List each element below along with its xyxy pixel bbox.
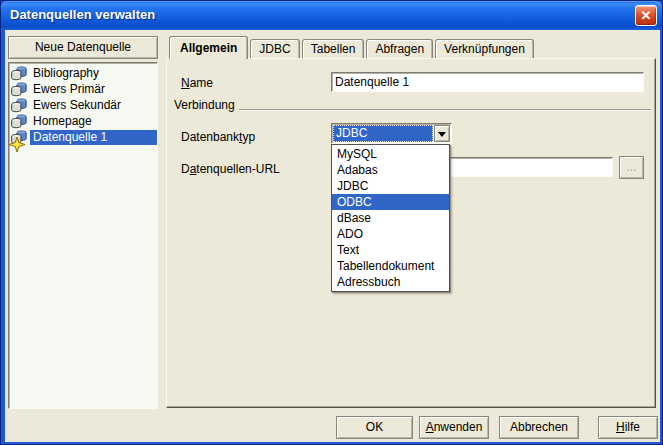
tab-label: Allgemein (180, 41, 237, 55)
name-label: Name (181, 76, 213, 90)
list-item-datenquelle-1[interactable]: Datenquelle 1 (9, 129, 157, 145)
dbtype-dropdown: MySQLAdabasJDBCODBCdBaseADOTextTabellend… (331, 144, 450, 292)
datasource-list[interactable]: Bibliography Ewers Primär Ewers Sekundär (8, 62, 158, 409)
tab-label: Verknüpfungen (444, 42, 525, 56)
dropdown-option-ado[interactable]: ADO (332, 226, 449, 242)
list-item-label: Homepage (30, 114, 95, 129)
list-item-homepage[interactable]: Homepage (9, 113, 157, 129)
dbtype-label: Datenbanktyp (181, 130, 255, 144)
help-button[interactable]: Hilfe (598, 416, 658, 439)
connection-section-label: Verbindung (174, 98, 235, 112)
cancel-button[interactable]: Abbrechen (499, 416, 579, 439)
list-item-ewers-sekundär[interactable]: Ewers Sekundär (9, 97, 157, 113)
list-item-bibliography[interactable]: Bibliography (9, 65, 157, 81)
dbtype-combobox[interactable]: JDBC (331, 123, 452, 144)
list-item-ewers-primär[interactable]: Ewers Primär (9, 81, 157, 97)
tab-allgemein[interactable]: Allgemein (169, 36, 248, 59)
dropdown-option-tabellendokument[interactable]: Tabellendokument (332, 258, 449, 274)
database-icon (11, 82, 28, 97)
database-icon (11, 130, 28, 145)
title-bar[interactable]: Datenquellen verwalten ✕ (1, 1, 662, 30)
tab-strip: Allgemein JDBC Tabellen Abfragen Verknüp… (169, 36, 536, 59)
url-label: Datenquellen-URL (181, 162, 280, 176)
combobox-value: JDBC (333, 125, 433, 142)
new-star-icon (9, 137, 19, 147)
tab-tabellen[interactable]: Tabellen (302, 39, 365, 58)
browse-button-label: ... (626, 160, 636, 174)
database-icon (11, 66, 28, 81)
dropdown-option-dbase[interactable]: dBase (332, 210, 449, 226)
dropdown-option-text[interactable]: Text (332, 242, 449, 258)
combobox-arrow-button[interactable] (434, 125, 450, 142)
list-item-label: Datenquelle 1 (30, 130, 157, 145)
list-item-label: Ewers Sekundär (30, 98, 124, 113)
ok-button[interactable]: OK (336, 416, 413, 439)
dropdown-option-odbc[interactable]: ODBC (332, 194, 449, 210)
name-input[interactable] (331, 72, 644, 92)
new-datasource-button-label: Neue Datenquelle (35, 40, 131, 54)
tab-label: JDBC (259, 42, 290, 56)
dropdown-option-jdbc[interactable]: JDBC (332, 178, 449, 194)
list-item-label: Ewers Primär (30, 82, 108, 97)
chevron-down-icon (438, 132, 446, 141)
list-item-label: Bibliography (30, 66, 102, 81)
tab-label: Abfragen (375, 42, 424, 56)
tab-verknüpfungen[interactable]: Verknüpfungen (435, 39, 534, 58)
browse-button[interactable]: ... (619, 156, 644, 179)
dialog-window: Datenquellen verwalten ✕ Neue Datenquell… (0, 0, 663, 445)
database-icon (11, 114, 28, 129)
window-title: Datenquellen verwalten (10, 7, 155, 22)
close-button[interactable]: ✕ (635, 5, 657, 26)
apply-button[interactable]: Anwenden (419, 416, 489, 439)
new-datasource-button[interactable]: Neue Datenquelle (8, 36, 158, 59)
close-icon: ✕ (641, 8, 652, 23)
tab-jdbc[interactable]: JDBC (250, 39, 299, 58)
dropdown-option-adressbuch[interactable]: Adressbuch (332, 274, 449, 290)
database-icon (11, 98, 28, 113)
tab-label: Tabellen (311, 42, 356, 56)
tab-abfragen[interactable]: Abfragen (366, 39, 433, 58)
section-divider (239, 109, 651, 111)
dropdown-option-adabas[interactable]: Adabas (332, 162, 449, 178)
dialog-body: Neue Datenquelle Bibliography Ewers Prim… (5, 30, 660, 442)
dropdown-option-mysql[interactable]: MySQL (332, 146, 449, 162)
